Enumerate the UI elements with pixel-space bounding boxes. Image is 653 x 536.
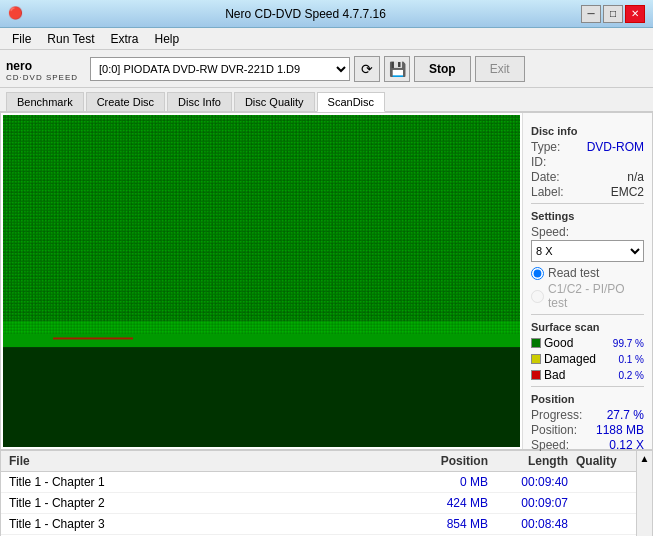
read-test-label: Read test <box>548 266 599 280</box>
disc-date-row: Date: n/a <box>531 170 644 184</box>
disc-type-value: DVD-ROM <box>587 140 644 154</box>
surface-bad-label-group: Bad <box>531 368 565 382</box>
minimize-button[interactable]: ─ <box>581 5 601 23</box>
c1c2-radio[interactable] <box>531 290 544 303</box>
speed-pos-row: Speed: 0.12 X <box>531 438 644 452</box>
header-quality: Quality <box>572 453 632 469</box>
maximize-button[interactable]: □ <box>603 5 623 23</box>
window-controls: ─ □ ✕ <box>581 5 645 23</box>
menu-help[interactable]: Help <box>147 30 188 48</box>
title-bar: 🔴 Nero CD-DVD Speed 4.7.7.16 ─ □ ✕ <box>0 0 653 28</box>
disc-id-row: ID: <box>531 155 644 169</box>
header-file: File <box>5 453 402 469</box>
svg-rect-9 <box>3 115 520 334</box>
svg-rect-4 <box>53 337 133 339</box>
file-list-body: Title 1 - Chapter 1 0 MB 00:09:40 Title … <box>1 472 636 536</box>
bad-color-box <box>531 370 541 380</box>
file-pos-2: 854 MB <box>402 516 492 532</box>
scrollbar[interactable]: ▲ ▼ <box>636 451 652 536</box>
close-button[interactable]: ✕ <box>625 5 645 23</box>
progress-value: 27.7 % <box>607 408 644 422</box>
disc-label-row: Label: EMC2 <box>531 185 644 199</box>
c1c2-radio-row: C1/C2 - PI/PO test <box>531 282 644 310</box>
file-list-area: File Position Length Quality Title 1 - C… <box>0 450 653 536</box>
surface-scan-title: Surface scan <box>531 321 644 333</box>
app-icon: 🔴 <box>8 6 24 22</box>
surface-good-pct: 99.7 % <box>613 338 644 349</box>
file-list-wrapper: File Position Length Quality Title 1 - C… <box>1 451 652 536</box>
surface-damaged-pct: 0.1 % <box>618 354 644 365</box>
scan-graph-svg <box>3 115 520 447</box>
divider-1 <box>531 203 644 204</box>
tab-benchmark[interactable]: Benchmark <box>6 92 84 111</box>
drive-select[interactable]: [0:0] PIODATA DVD-RW DVR-221D 1.D9 <box>90 57 350 81</box>
progress-label: Progress: <box>531 408 582 422</box>
c1c2-label: C1/C2 - PI/PO test <box>548 282 644 310</box>
file-name-1: Title 1 - Chapter 2 <box>5 495 402 511</box>
read-test-radio[interactable] <box>531 267 544 280</box>
logo-nero: nero <box>6 55 78 73</box>
logo-subtitle: CD·DVD SPEED <box>6 73 78 82</box>
file-row-0[interactable]: Title 1 - Chapter 1 0 MB 00:09:40 <box>1 472 636 493</box>
tab-bar: Benchmark Create Disc Disc Info Disc Qua… <box>0 88 653 112</box>
good-color-box <box>531 338 541 348</box>
tab-disc-quality[interactable]: Disc Quality <box>234 92 315 111</box>
svg-rect-5 <box>3 347 520 447</box>
file-pos-0: 0 MB <box>402 474 492 490</box>
stop-button[interactable]: Stop <box>414 56 471 82</box>
speed-label: Speed: <box>531 225 569 239</box>
file-len-2: 00:08:48 <box>492 516 572 532</box>
file-len-1: 00:09:07 <box>492 495 572 511</box>
file-len-0: 00:09:40 <box>492 474 572 490</box>
disc-date-label: Date: <box>531 170 560 184</box>
logo: nero CD·DVD SPEED <box>6 55 78 82</box>
window-title: Nero CD-DVD Speed 4.7.7.16 <box>30 7 581 21</box>
speed-row: Speed: <box>531 225 644 239</box>
tab-create-disc[interactable]: Create Disc <box>86 92 165 111</box>
menu-run-test[interactable]: Run Test <box>39 30 102 48</box>
disc-label-value: EMC2 <box>611 185 644 199</box>
file-name-2: Title 1 - Chapter 3 <box>5 516 402 532</box>
scan-graph-area <box>3 115 520 447</box>
position-value: 1188 MB <box>596 423 644 437</box>
save-icon-button[interactable]: 💾 <box>384 56 410 82</box>
disc-date-value: n/a <box>627 170 644 184</box>
disc-type-row: Type: DVD-ROM <box>531 140 644 154</box>
surface-bad-label: Bad <box>544 368 565 382</box>
menu-extra[interactable]: Extra <box>102 30 146 48</box>
file-quality-2 <box>572 516 632 532</box>
scroll-up-button[interactable]: ▲ <box>638 451 652 466</box>
speed-pos-value: 0.12 X <box>609 438 644 452</box>
divider-2 <box>531 314 644 315</box>
tab-disc-info[interactable]: Disc Info <box>167 92 232 111</box>
surface-damaged-label: Damaged <box>544 352 596 366</box>
position-label: Position: <box>531 423 577 437</box>
disc-info-title: Disc info <box>531 125 644 137</box>
file-list-header: File Position Length Quality <box>1 451 636 472</box>
main-content: Disc info Type: DVD-ROM ID: Date: n/a La… <box>0 112 653 450</box>
side-panel: Disc info Type: DVD-ROM ID: Date: n/a La… <box>522 113 652 449</box>
file-name-0: Title 1 - Chapter 1 <box>5 474 402 490</box>
header-length: Length <box>492 453 572 469</box>
refresh-icon-button[interactable]: ⟳ <box>354 56 380 82</box>
surface-good-row: Good 99.7 % <box>531 336 644 350</box>
surface-bad-pct: 0.2 % <box>618 370 644 381</box>
disc-id-label: ID: <box>531 155 546 169</box>
file-row-2[interactable]: Title 1 - Chapter 3 854 MB 00:08:48 <box>1 514 636 535</box>
surface-damaged-label-group: Damaged <box>531 352 596 366</box>
disc-type-label: Type: <box>531 140 560 154</box>
speed-select[interactable]: 8 X <box>531 240 644 262</box>
file-quality-0 <box>572 474 632 490</box>
progress-row: Progress: 27.7 % <box>531 408 644 422</box>
position-row: Position: 1188 MB <box>531 423 644 437</box>
header-position: Position <box>402 453 492 469</box>
file-list-content: File Position Length Quality Title 1 - C… <box>1 451 636 536</box>
damaged-color-box <box>531 354 541 364</box>
tab-scandisc[interactable]: ScanDisc <box>317 92 385 112</box>
menu-file[interactable]: File <box>4 30 39 48</box>
file-row-1[interactable]: Title 1 - Chapter 2 424 MB 00:09:07 <box>1 493 636 514</box>
file-pos-1: 424 MB <box>402 495 492 511</box>
exit-button[interactable]: Exit <box>475 56 525 82</box>
settings-title: Settings <box>531 210 644 222</box>
surface-good-label: Good <box>544 336 573 350</box>
